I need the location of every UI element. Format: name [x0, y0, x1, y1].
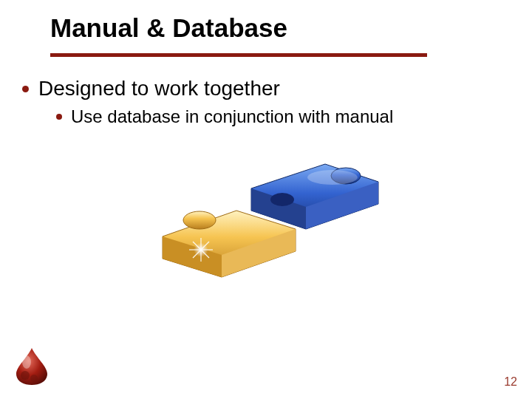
svg-point-0 [183, 211, 216, 229]
slide: Manual & Database Designed to work toget… [0, 0, 532, 399]
svg-point-10 [21, 371, 30, 380]
page-number: 12 [504, 375, 517, 389]
body-content: Designed to work together Use database i… [21, 77, 494, 134]
svg-point-9 [22, 355, 31, 369]
title-underline [50, 53, 427, 57]
svg-point-11 [30, 375, 38, 382]
bullet-text: Use database in conjunction with manual [71, 106, 393, 126]
blood-drop-logo-icon [12, 346, 52, 386]
svg-point-8 [307, 170, 358, 185]
puzzle-illustration [148, 148, 384, 288]
puzzle-piece-gold-icon [163, 211, 296, 277]
title-block: Manual & Database [50, 13, 434, 57]
bullet-text: Designed to work together [38, 77, 280, 100]
puzzle-piece-blue-icon [251, 164, 378, 229]
bullet-level1: Designed to work together Use database i… [21, 77, 494, 127]
slide-title: Manual & Database [50, 13, 434, 49]
bullet-level2: Use database in conjunction with manual [38, 106, 494, 127]
svg-point-7 [270, 193, 294, 206]
